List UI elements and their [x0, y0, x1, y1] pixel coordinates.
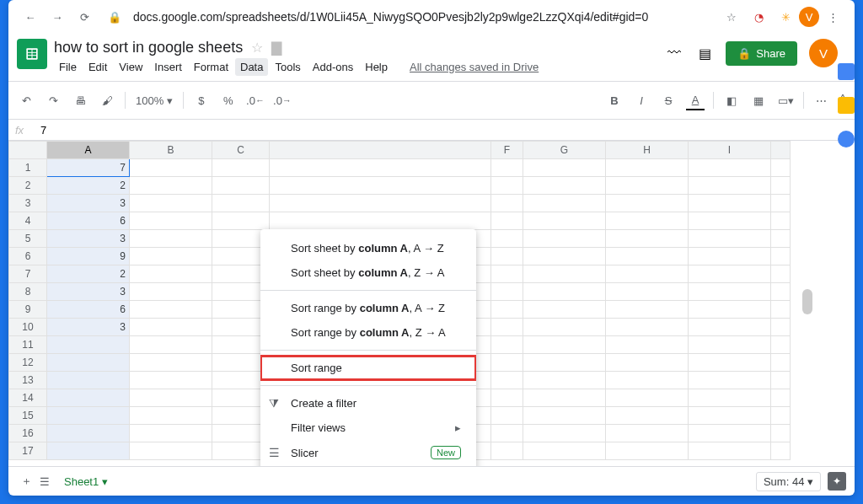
cell[interactable]: [130, 230, 212, 248]
cell[interactable]: [689, 212, 771, 230]
cell[interactable]: [491, 265, 523, 283]
cell[interactable]: [771, 212, 791, 230]
cell[interactable]: [606, 230, 689, 248]
cell[interactable]: 3: [47, 195, 130, 212]
cell[interactable]: [491, 212, 523, 230]
menu-slicer[interactable]: ☰ Slicer New: [260, 440, 476, 465]
cell[interactable]: [130, 389, 212, 407]
cell[interactable]: [47, 336, 130, 354]
cell[interactable]: [47, 354, 130, 372]
cell[interactable]: [771, 372, 791, 389]
cell[interactable]: [491, 442, 523, 460]
cell[interactable]: [523, 425, 606, 442]
cell[interactable]: [130, 336, 212, 354]
cell[interactable]: [771, 248, 791, 265]
cell[interactable]: [689, 407, 771, 425]
ext-icon-2[interactable]: ✳: [777, 8, 794, 25]
row-header[interactable]: 1: [9, 159, 47, 177]
quicksum-dropdown[interactable]: Sum: 44 ▾: [756, 472, 821, 491]
ext-icon-1[interactable]: ◔: [750, 8, 767, 25]
calendar-panel-icon[interactable]: [838, 63, 855, 80]
cell[interactable]: [491, 195, 523, 212]
menu-insert[interactable]: Insert: [149, 58, 187, 76]
cell[interactable]: [212, 177, 270, 195]
col-header-end[interactable]: [771, 142, 791, 159]
undo-icon[interactable]: ↶: [17, 91, 35, 110]
currency-icon[interactable]: $: [192, 91, 211, 110]
col-header-I[interactable]: I: [689, 142, 771, 159]
menu-sort-range-az[interactable]: Sort range by column A, A → Z: [260, 296, 476, 320]
cell[interactable]: [606, 372, 689, 389]
cell[interactable]: [130, 442, 212, 460]
cell[interactable]: [606, 407, 689, 425]
cell[interactable]: [771, 354, 791, 372]
cell[interactable]: [47, 407, 130, 425]
cell[interactable]: [130, 265, 212, 283]
cell[interactable]: [270, 195, 491, 212]
cell[interactable]: [47, 442, 130, 460]
cell[interactable]: [689, 425, 771, 442]
cell[interactable]: [771, 389, 791, 407]
cell[interactable]: [491, 159, 523, 177]
borders-icon[interactable]: ▦: [749, 91, 768, 110]
row-header[interactable]: 15: [9, 407, 47, 425]
cell[interactable]: [606, 425, 689, 442]
cell[interactable]: [606, 248, 689, 265]
comments-icon[interactable]: ▤: [695, 44, 714, 62]
text-color-icon[interactable]: A: [686, 90, 705, 110]
cell[interactable]: [606, 319, 689, 336]
col-header-B[interactable]: B: [130, 142, 212, 159]
menu-view[interactable]: View: [114, 58, 147, 76]
redo-icon[interactable]: ↷: [44, 91, 62, 110]
cell[interactable]: [523, 283, 606, 301]
cell[interactable]: [606, 177, 689, 195]
fx-value[interactable]: 7: [40, 124, 46, 137]
cell[interactable]: [491, 336, 523, 354]
reload-icon[interactable]: ⟳: [76, 8, 93, 25]
cell[interactable]: [606, 159, 689, 177]
menu-filter-views[interactable]: Filter views▸: [260, 416, 476, 440]
cell[interactable]: [606, 354, 689, 372]
cell[interactable]: [491, 301, 523, 319]
vertical-scrollbar[interactable]: [802, 289, 812, 466]
col-header-H[interactable]: H: [606, 142, 689, 159]
cell[interactable]: [606, 283, 689, 301]
cell[interactable]: [689, 372, 771, 389]
cell[interactable]: [523, 301, 606, 319]
cell[interactable]: 3: [47, 319, 130, 336]
cell[interactable]: [491, 177, 523, 195]
cell[interactable]: 6: [47, 212, 130, 230]
sheet-tab-1[interactable]: Sheet1 ▾: [54, 470, 118, 493]
cell[interactable]: [212, 195, 270, 212]
keep-panel-icon[interactable]: [838, 97, 855, 114]
save-status[interactable]: All changes saved in Drive: [405, 58, 544, 76]
col-header-F[interactable]: F: [491, 142, 523, 159]
activity-icon[interactable]: 〰: [665, 44, 683, 62]
cell[interactable]: [523, 248, 606, 265]
cell[interactable]: [47, 425, 130, 442]
cell[interactable]: [606, 195, 689, 212]
more-toolbar-icon[interactable]: ⋯: [812, 91, 831, 110]
cell[interactable]: [130, 425, 212, 442]
col-header-G[interactable]: G: [523, 142, 606, 159]
star-doc-icon[interactable]: ☆: [251, 40, 263, 56]
cell[interactable]: [130, 177, 212, 195]
increase-decimal-icon[interactable]: .0→: [273, 91, 292, 110]
cell[interactable]: [689, 159, 771, 177]
percent-icon[interactable]: %: [219, 91, 238, 110]
cell[interactable]: [130, 212, 212, 230]
print-icon[interactable]: 🖶: [71, 91, 89, 110]
cell[interactable]: [689, 195, 771, 212]
cell[interactable]: [606, 442, 689, 460]
side-panel-toggle-icon[interactable]: ❯: [837, 473, 848, 489]
cell[interactable]: [270, 212, 491, 230]
row-header[interactable]: 9: [9, 301, 47, 319]
cell[interactable]: [523, 336, 606, 354]
tasks-panel-icon[interactable]: [838, 131, 855, 147]
cell[interactable]: 7: [47, 159, 130, 177]
star-icon[interactable]: ☆: [723, 8, 740, 25]
row-header[interactable]: 7: [9, 265, 47, 283]
cell[interactable]: [523, 354, 606, 372]
menu-create-filter[interactable]: ⧩ Create a filter: [260, 391, 476, 416]
cell[interactable]: [130, 407, 212, 425]
